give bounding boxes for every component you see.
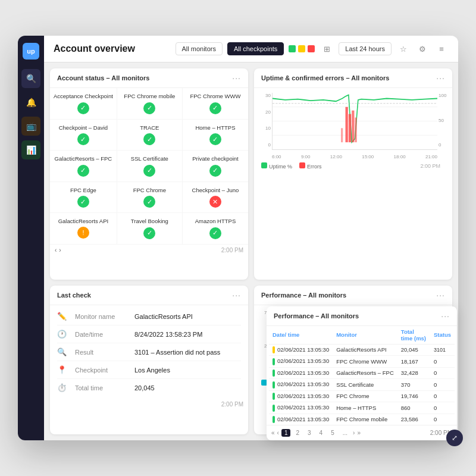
cell-monitor: GalacticResorts – FPC [333, 367, 397, 378]
col-header-status: Status [430, 326, 455, 345]
sidebar-icon-monitor[interactable]: 📺 [21, 117, 40, 136]
menu-icon[interactable]: ≡ [434, 42, 449, 56]
last-24-button[interactable]: Last 24 hours [339, 42, 392, 55]
prev-page-arrow[interactable]: ‹ [55, 247, 57, 253]
status-icon-fpc-mobile: ✓ [143, 102, 155, 114]
last-check-checkpoint-row: 📍 Checkpoint Los Angeles [57, 361, 241, 379]
uptime-chart-card: Uptime & confirmed errors – All monitors… [254, 68, 452, 280]
last-page-arrow[interactable]: » [357, 430, 361, 436]
perf-table-header: Performance – All monitors ··· [267, 306, 457, 326]
first-page-arrow[interactable]: « [271, 430, 275, 436]
cell-status: 0 [430, 390, 455, 402]
uptime-chart-title: Uptime & confirmed errors – All monitors [261, 74, 389, 82]
perf-table-menu[interactable]: ··· [441, 311, 450, 321]
status-item-david: Checkpoint – David ✓ [50, 120, 117, 151]
svg-rect-5 [352, 111, 354, 142]
prev-page-arrow-table[interactable]: ‹ [277, 430, 279, 436]
totaltime-icon: ⏱️ [57, 383, 69, 392]
totaltime-value: 20,045 [134, 384, 155, 392]
settings-icon[interactable]: ⚙ [415, 42, 430, 56]
grid-view-icon[interactable]: ⊞ [320, 42, 334, 56]
datetime-value: 8/24/2022 13:58:23 PM [134, 331, 202, 338]
status-item-private: Private checkpoint ✓ [183, 151, 248, 182]
sidebar-icon-bell[interactable]: 🔔 [21, 93, 40, 112]
last-check-title: Last check [57, 292, 91, 299]
uptime-y-labels: 30 20 10 0 [254, 93, 272, 148]
table-row[interactable]: 02/06/2021 13:05:30 GalacticResorts API … [269, 344, 455, 355]
last-check-nav: 2:00 PM [50, 399, 248, 410]
table-row[interactable]: 02/06/2021 13:05:30 FPC Chrome mobile 23… [269, 414, 455, 425]
cell-total-time: 370 [397, 379, 430, 390]
status-item-galactic-fpc: GalacticResorts – FPC ✓ [50, 151, 117, 182]
last-check-header: Last check ··· [50, 286, 248, 305]
all-checkpoints-button[interactable]: All checkpoints [227, 42, 284, 55]
status-item-fpc-edge: FPC Edge ✓ [50, 182, 117, 214]
page-5[interactable]: 5 [328, 429, 337, 437]
next-page-arrow[interactable]: › [59, 247, 61, 253]
last-check-result-row: 🔍 Result 3101 – Assertion did not pass [57, 343, 241, 361]
sidebar-icon-chart[interactable]: 📊 [21, 140, 40, 159]
status-item-acceptance: Acceptance Checkpoint ✓ [50, 88, 117, 120]
monitor-name-icon: ✏️ [57, 312, 69, 321]
star-icon[interactable]: ☆ [396, 42, 411, 56]
page-1[interactable]: 1 [281, 429, 291, 437]
status-icon-private: ✓ [209, 165, 221, 177]
cell-status: 0 [430, 414, 455, 425]
result-icon: 🔍 [57, 347, 69, 356]
last-check-menu[interactable]: ··· [232, 290, 241, 300]
next-page-arrow-table[interactable]: › [353, 430, 355, 436]
status-item-home-https: Home – HTTPS ✓ [183, 120, 248, 151]
red-filter-dot[interactable] [308, 45, 315, 52]
yellow-filter-dot[interactable] [298, 45, 305, 52]
cell-total-time: 18,167 [397, 356, 430, 367]
col-header-datetime: Date/ time [269, 326, 333, 345]
perf-pagination: « ‹ 1 2 3 4 5 ... › » 2:00 PM [267, 425, 457, 440]
account-status-timestamp: 2:00 PM [221, 247, 243, 253]
green-filter-dot[interactable] [289, 45, 296, 52]
uptime-timestamp: 2:00 PM [415, 162, 445, 170]
all-monitors-button[interactable]: All monitors [176, 42, 223, 55]
result-value: 3101 – Assertion did not pass [134, 349, 220, 356]
status-item-fpc-www: FPC Chrome WWW ✓ [183, 88, 248, 120]
last-check-timestamp: 2:00 PM [221, 401, 243, 408]
perf-chart-header: Performance – All monitors ··· [254, 286, 452, 305]
sidebar: up 🔍 🔔 📺 📊 [18, 36, 44, 440]
uptime-y2-labels: 100 50 0 [437, 93, 452, 148]
cell-monitor: Home – HTTPS [333, 402, 397, 414]
page-3[interactable]: 3 [305, 429, 314, 437]
cell-datetime: 02/06/2021 13:05:30 [269, 414, 333, 425]
cell-status: 0 [430, 356, 455, 367]
account-status-menu[interactable]: ··· [232, 73, 241, 83]
cell-datetime: 02/06/2021 13:05:30 [269, 390, 333, 402]
page-title: Account overview [54, 43, 171, 54]
cell-total-time: 23,586 [397, 414, 430, 425]
cell-datetime: 02/06/2021 13:05:30 [269, 344, 333, 355]
performance-table-card: Performance – All monitors ··· Date/ tim… [267, 306, 457, 440]
status-icon-travel: ✓ [143, 227, 155, 239]
checkpoint-icon: 📍 [57, 365, 69, 374]
table-row[interactable]: 02/06/2021 13:05:30 FPC Chrome 19,746 0 [269, 390, 455, 402]
uptime-chart-menu[interactable]: ··· [436, 73, 445, 83]
last-check-totaltime-row: ⏱️ Total time 20,045 [57, 379, 241, 396]
table-row[interactable]: 02/06/2021 13:05:30 FPC Chrome WWW 18,16… [269, 356, 455, 367]
drag-handle[interactable]: ⤢ [446, 430, 463, 446]
status-grid: Acceptance Checkpoint ✓ FPC Chrome mobil… [50, 88, 248, 245]
table-row[interactable]: 02/06/2021 13:05:30 GalacticResorts – FP… [269, 367, 455, 378]
last-check-card: Last check ··· ✏️ Monitor name GalacticR… [50, 286, 248, 434]
status-icon-acceptance: ✓ [77, 102, 89, 114]
uptime-x-labels: 6:00 9:00 12:00 15:00 18:00 21:00 [272, 154, 437, 159]
cell-total-time: 19,746 [397, 390, 430, 402]
svg-rect-7 [341, 128, 343, 142]
account-status-card: Account status – All monitors ··· Accept… [50, 68, 248, 280]
cell-datetime: 02/06/2021 13:05:30 [269, 356, 333, 367]
perf-chart-menu[interactable]: ··· [436, 290, 445, 300]
page-4[interactable]: 4 [317, 429, 326, 437]
sidebar-icon-search[interactable]: 🔍 [21, 69, 40, 88]
color-filters [289, 45, 315, 52]
table-row[interactable]: 02/06/2021 13:05:30 Home – HTTPS 860 0 [269, 402, 455, 414]
table-row[interactable]: 02/06/2021 13:05:30 SSL Certificate 370 … [269, 379, 455, 390]
perf-table-title: Performance – All monitors [274, 312, 359, 320]
errors-legend-dot [299, 162, 305, 168]
page-2[interactable]: 2 [293, 429, 302, 437]
svg-rect-4 [349, 114, 351, 143]
